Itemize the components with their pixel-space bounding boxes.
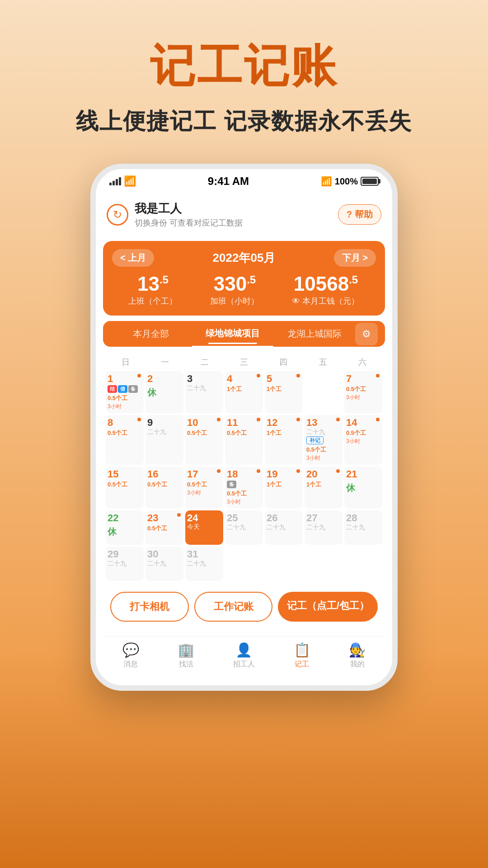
month-stats: 13.5 上班（个工） 330.5 加班（小时） 10568.5 👁 本月工钱（… xyxy=(112,274,376,307)
cal-day-7[interactable]: 7 0.5个工 3小时 xyxy=(344,371,382,413)
nav-recruit[interactable]: 👤 招工人 xyxy=(233,642,255,669)
nav-recruit-label: 招工人 xyxy=(233,660,255,669)
header-info: 我是工人 切换身份 可查看对应记工数据 xyxy=(135,201,243,228)
cal-day-29[interactable]: 29 二十九 xyxy=(106,547,144,581)
dot-day23 xyxy=(177,513,181,517)
cal-empty-4 xyxy=(344,547,382,581)
cal-empty-3 xyxy=(305,547,343,581)
cal-day-25[interactable]: 25 二十九 xyxy=(225,510,263,545)
cal-day-16[interactable]: 16 0.5个工 xyxy=(145,467,183,509)
battery-area: 📶 100% xyxy=(321,176,379,187)
cal-day-31[interactable]: 31 二十九 xyxy=(185,547,223,581)
cal-day-27[interactable]: 27 二十九 xyxy=(305,510,343,545)
signal-area: 📶 xyxy=(109,175,136,187)
tab-all[interactable]: 本月全部 xyxy=(110,321,192,346)
cal-day-18[interactable]: 18 备 0.5个工 3小时 xyxy=(225,467,263,509)
refresh-icon[interactable]: ↻ xyxy=(107,204,128,226)
cal-day-12[interactable]: 12 1个工 xyxy=(265,415,303,465)
header-left: ↻ 我是工人 切换身份 可查看对应记工数据 xyxy=(107,201,243,228)
hero-subtitle: 线上便捷记工 记录数据永不丢失 xyxy=(76,106,412,137)
cal-day-23[interactable]: 23 0.5个工 xyxy=(145,510,183,545)
month-section: < 上月 2022年05月 下月 > 13.5 上班（个工） 330.5 加班（… xyxy=(103,241,385,316)
cal-day-2[interactable]: 2 休 xyxy=(145,371,183,413)
prev-month-button[interactable]: < 上月 xyxy=(112,249,154,267)
help-label: 帮助 xyxy=(355,208,373,221)
stat-overtime-value: 330.5 xyxy=(210,274,259,294)
nav-record-label: 记工 xyxy=(295,660,309,669)
mine-icon: 🧑‍🔧 xyxy=(349,642,366,658)
cal-day-30[interactable]: 30 二十九 xyxy=(145,547,183,581)
cal-empty-2 xyxy=(265,547,303,581)
dot-day5 xyxy=(296,374,300,377)
weekday-sun: 日 xyxy=(106,357,145,368)
cal-day-3[interactable]: 3 二十九 xyxy=(185,371,223,413)
cal-day-20[interactable]: 20 1个工 xyxy=(305,467,343,509)
battery-icon xyxy=(361,177,379,186)
dot-day4 xyxy=(257,374,260,377)
cal-day-22[interactable]: 22 休 xyxy=(106,510,144,545)
cal-day-10[interactable]: 10 0.5个工 xyxy=(185,415,223,465)
calendar: 日 一 二 三 四 五 六 1 结 借 备 0.5个工 3小时 xyxy=(103,352,385,585)
help-button[interactable]: ? 帮助 xyxy=(338,204,381,225)
cal-day-24[interactable]: 24 今天 xyxy=(185,510,223,545)
stat-work-value: 13.5 xyxy=(128,274,177,294)
dot-day19 xyxy=(296,469,300,473)
tab-lvdi[interactable]: 绿地锦城项目 xyxy=(192,321,274,347)
cal-day-9[interactable]: 9 二十九 xyxy=(145,415,183,465)
app-header: ↻ 我是工人 切换身份 可查看对应记工数据 ? 帮助 xyxy=(96,193,392,236)
message-icon: 💬 xyxy=(122,642,139,658)
dot-day11 xyxy=(257,418,260,421)
nav-record[interactable]: 📋 记工 xyxy=(294,642,310,669)
cal-day-5[interactable]: 5 1个工 xyxy=(265,371,303,413)
dot-day13 xyxy=(336,418,340,421)
signal-icon xyxy=(109,177,121,185)
cal-day-21[interactable]: 21 休 xyxy=(344,467,382,509)
nav-message[interactable]: 💬 消息 xyxy=(122,642,139,669)
cal-day-19[interactable]: 19 1个工 xyxy=(265,467,303,509)
dot-day12 xyxy=(296,418,300,421)
punch-camera-button[interactable]: 打卡相机 xyxy=(110,592,189,622)
dot-day18 xyxy=(257,469,260,473)
nav-message-label: 消息 xyxy=(123,660,138,669)
battery-percent: 100% xyxy=(335,176,358,187)
status-time: 9:41 AM xyxy=(208,175,249,188)
nav-mine[interactable]: 🧑‍🔧 我的 xyxy=(349,642,366,669)
wifi-icon: 📶 xyxy=(124,175,136,187)
cal-day-8[interactable]: 8 0.5个工 xyxy=(106,415,144,465)
record-work-button[interactable]: 记工（点工/包工） xyxy=(278,592,378,622)
weekday-tue: 二 xyxy=(185,357,224,368)
stat-salary-label: 👁 本月工钱（元） xyxy=(292,296,359,307)
work-account-button[interactable]: 工作记账 xyxy=(194,592,273,622)
dot-day20 xyxy=(336,469,340,473)
weekday-fri: 五 xyxy=(303,357,343,368)
weekday-wed: 三 xyxy=(224,357,263,368)
stat-work-label: 上班（个工） xyxy=(128,296,177,307)
dot-day10 xyxy=(217,418,221,421)
next-month-button[interactable]: 下月 > xyxy=(334,249,376,267)
settings-tab[interactable]: ⚙ xyxy=(355,323,378,345)
cal-day-11[interactable]: 11 0.5个工 xyxy=(225,415,263,465)
month-nav: < 上月 2022年05月 下月 > xyxy=(112,249,376,267)
cal-day-15[interactable]: 15 0.5个工 xyxy=(106,467,144,509)
bluetooth-icon: 📶 xyxy=(321,176,332,187)
action-buttons: 打卡相机 工作记账 记工（点工/包工） xyxy=(103,585,385,629)
project-tabs: 本月全部 绿地锦城项目 龙湖上城国际 ⚙ xyxy=(103,321,385,347)
cal-day-17[interactable]: 17 0.5个工 3小时 xyxy=(185,467,223,509)
weekday-sat: 六 xyxy=(343,357,382,368)
dot-day7 xyxy=(376,374,380,377)
stat-salary: 10568.5 👁 本月工钱（元） xyxy=(292,274,359,307)
cal-day-14[interactable]: 14 0.5个工 3小时 xyxy=(344,415,382,465)
nav-find-work[interactable]: 🏢 找活 xyxy=(178,642,194,669)
weekday-mon: 一 xyxy=(145,357,184,368)
cal-day-1[interactable]: 1 结 借 备 0.5个工 3小时 xyxy=(106,371,144,413)
find-work-icon: 🏢 xyxy=(178,642,194,658)
dot-day8 xyxy=(137,418,141,421)
cal-day-4[interactable]: 4 1个工 xyxy=(225,371,263,413)
cal-day-28[interactable]: 28 二十九 xyxy=(344,510,382,545)
stat-overtime: 330.5 加班（小时） xyxy=(210,274,259,307)
calendar-grid: 1 结 借 备 0.5个工 3小时 2 休 3 二十九 xyxy=(103,369,385,585)
recruit-icon: 👤 xyxy=(235,642,252,658)
cal-day-26[interactable]: 26 二十九 xyxy=(265,510,303,545)
tab-longhu[interactable]: 龙湖上城国际 xyxy=(273,321,355,346)
cal-day-13[interactable]: 13 二十九 补记 0.5个工 3小时 xyxy=(305,415,343,465)
